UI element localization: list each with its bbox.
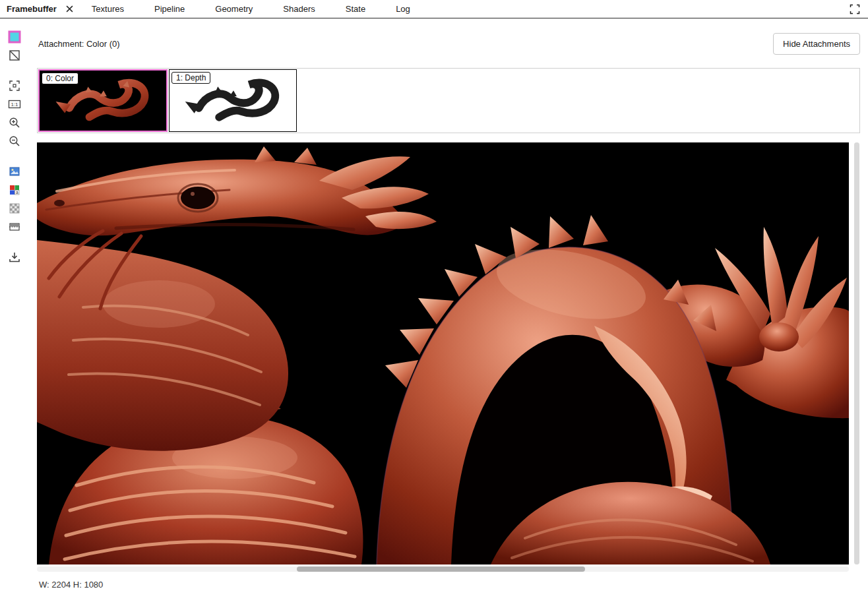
attachment-chip-depth: 1: Depth	[171, 72, 210, 84]
background-color-swatch-icon	[7, 30, 22, 44]
viewer-row	[37, 142, 860, 564]
color-channels-button[interactable]: a	[7, 182, 22, 198]
tab-shaders[interactable]: Shaders	[283, 4, 315, 14]
color-channels-icon: a	[9, 184, 20, 196]
zoom-in-icon	[9, 117, 20, 129]
svg-text:a: a	[15, 190, 18, 195]
image-preview-icon	[9, 166, 20, 177]
svg-text:1:1: 1:1	[11, 102, 18, 107]
flip-vertical-icon	[9, 221, 20, 233]
background-color-swatch-button[interactable]	[7, 29, 22, 45]
tab-textures[interactable]: Textures	[92, 4, 124, 14]
close-icon[interactable]	[66, 5, 73, 13]
vertical-scrollbar[interactable]	[854, 142, 859, 564]
tab-state[interactable]: State	[346, 4, 365, 14]
zoom-actual-size-button[interactable]: 1:1	[7, 96, 22, 112]
zoom-to-fit-icon	[9, 80, 20, 92]
attachments-strip: 0: Color 1: Depth	[37, 68, 860, 133]
image-size-status: W: 2204 H: 1080	[37, 580, 860, 590]
save-image-icon	[9, 251, 20, 263]
tab-pipeline[interactable]: Pipeline	[154, 4, 185, 14]
horizontal-scrollbar-thumb[interactable]	[297, 566, 585, 572]
image-preview-button[interactable]	[7, 164, 22, 179]
image-toolbar: 1:1	[0, 18, 28, 610]
attachment-label: Attachment: Color (0)	[38, 39, 120, 49]
fullscreen-icon	[850, 4, 860, 15]
checkerboard-background-button[interactable]	[7, 200, 22, 216]
zoom-out-button[interactable]	[7, 133, 22, 149]
zoom-to-fit-button[interactable]	[7, 78, 22, 94]
vertical-scrollbar-thumb[interactable]	[854, 142, 859, 564]
tab-bar: Framebuffer Textures Pipeline Geometry S…	[0, 0, 868, 18]
framebuffer-panel: Attachment: Color (0) Hide Attachments 0…	[28, 18, 868, 610]
tab-geometry[interactable]: Geometry	[215, 4, 253, 14]
zoom-actual-size-icon: 1:1	[8, 98, 21, 110]
hide-attachments-button[interactable]: Hide Attachments	[773, 33, 860, 55]
flip-vertical-button[interactable]	[7, 219, 22, 235]
attachment-header: Attachment: Color (0) Hide Attachments	[37, 18, 860, 68]
horizontal-scrollbar[interactable]	[37, 566, 849, 572]
zoom-in-button[interactable]	[7, 115, 22, 131]
fullscreen-button[interactable]	[848, 3, 861, 16]
framebuffer-image	[37, 142, 849, 564]
transparent-background-icon	[9, 49, 20, 61]
tab-log[interactable]: Log	[396, 4, 410, 14]
zoom-out-icon	[9, 135, 20, 147]
tab-framebuffer[interactable]: Framebuffer	[7, 4, 73, 14]
attachment-thumbnail-color[interactable]: 0: Color	[38, 69, 168, 132]
save-image-button[interactable]	[7, 249, 22, 265]
checkerboard-background-icon	[9, 202, 20, 214]
transparent-background-button[interactable]	[7, 47, 22, 63]
content-area: 1:1	[0, 18, 868, 610]
attachment-chip-color: 0: Color	[42, 73, 78, 84]
tab-framebuffer-label: Framebuffer	[7, 4, 57, 14]
attachment-thumbnail-depth[interactable]: 1: Depth	[169, 69, 297, 132]
framebuffer-viewport[interactable]	[37, 142, 849, 564]
